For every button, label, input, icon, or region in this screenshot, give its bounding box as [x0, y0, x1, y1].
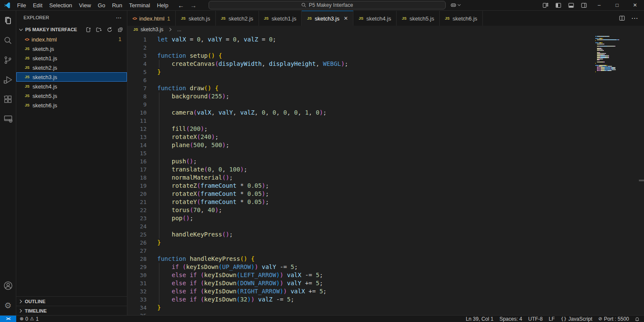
workspace-section-header[interactable]: P5 MAKEY INTERFACE: [16, 24, 127, 35]
file-problem-badge: 1: [118, 36, 121, 42]
line-content: camera(valX, valY, valZ, 0, 0, 0, 0, 1, …: [157, 109, 644, 117]
code-line: 7function draw() {: [127, 84, 644, 92]
tab-index.html[interactable]: <>index.html1: [127, 11, 176, 26]
search-view-icon[interactable]: [0, 30, 16, 50]
status-spaces-4[interactable]: Spaces: 4: [497, 316, 525, 322]
command-center-search[interactable]: P5 Makey Interface: [209, 1, 446, 9]
status-javascript[interactable]: {}JavaScript: [558, 316, 595, 322]
source-control-icon[interactable]: [0, 50, 16, 70]
status-label: Port : 5500: [604, 316, 629, 322]
copilot-icon: [450, 2, 457, 9]
tab-label: sketch4.js: [366, 15, 391, 22]
vscode-logo-icon: [3, 1, 11, 9]
status-label: Ln 39, Col 1: [466, 316, 494, 322]
file-name: sketch3.js: [32, 74, 57, 80]
breadcrumb-file[interactable]: sketch3.js: [141, 27, 163, 32]
file-row-sketch1.js[interactable]: JSsketch1.js: [16, 53, 127, 63]
menu-view[interactable]: View: [76, 0, 94, 11]
status-utf-8[interactable]: UTF-8: [525, 316, 546, 322]
line-content: torus(70, 40);: [157, 206, 644, 214]
line-content: [157, 100, 644, 109]
account-icon[interactable]: [0, 276, 16, 295]
tab-sketch3.js[interactable]: JSsketch3.js✕: [302, 11, 353, 26]
overview-ruler[interactable]: [639, 33, 644, 315]
tab-sketch5.js[interactable]: JSsketch5.js: [397, 11, 440, 26]
menu-go[interactable]: Go: [94, 0, 109, 11]
tab-sketch2.js[interactable]: JSsketch2.js: [216, 11, 259, 26]
line-content: pop();: [157, 214, 644, 222]
file-row-sketch.js[interactable]: JSsketch.js: [16, 44, 127, 53]
code-line: 30 else if (keyIsDown(LEFT_ARROW)) valX …: [127, 271, 644, 279]
menu-terminal[interactable]: Terminal: [126, 0, 153, 11]
code-line: 27: [127, 247, 644, 255]
close-button[interactable]: ✕: [626, 0, 644, 11]
menu-selection[interactable]: Selection: [46, 0, 75, 11]
line-content: function handleKeyPress() {: [157, 255, 644, 263]
tab-sketch1.js[interactable]: JSsketch1.js: [259, 11, 302, 26]
tab-sketch.js[interactable]: JSsketch.js: [176, 11, 216, 26]
code-editor[interactable]: 1let valX = 0, valY = 0, valZ = 0;23func…: [127, 33, 644, 315]
line-content: if (keyIsDown(UP_ARROW)) valY -= 5;: [157, 263, 644, 271]
file-name: sketch4.js: [32, 83, 57, 90]
remote-indicator[interactable]: ><: [0, 316, 16, 322]
remote-icon: ><: [6, 316, 10, 321]
file-name: sketch6.js: [32, 102, 57, 109]
menu-help[interactable]: Help: [153, 0, 172, 11]
line-number: 32: [127, 287, 147, 295]
code-line: 1let valX = 0, valY = 0, valZ = 0;: [127, 35, 644, 44]
line-number: 28: [127, 255, 147, 263]
line-number: 31: [127, 279, 147, 287]
statusbar-right: Ln 39, Col 1Spaces: 4UTF-8LF{}JavaScript…: [463, 316, 632, 322]
file-row-sketch4.js[interactable]: JSsketch4.js: [16, 82, 127, 91]
extensions-icon[interactable]: [0, 89, 16, 109]
notifications-bell-icon[interactable]: [632, 316, 644, 322]
minimap[interactable]: [595, 36, 623, 74]
minimize-button[interactable]: –: [590, 0, 608, 11]
code-line: 14 plane(500, 500);: [127, 141, 644, 149]
file-row-sketch6.js[interactable]: JSsketch6.js: [16, 100, 127, 110]
toggle-primary-sidebar-icon[interactable]: [552, 0, 565, 11]
status-lf[interactable]: LF: [546, 316, 558, 322]
forward-arrow-icon[interactable]: →: [190, 2, 197, 9]
file-row-sketch3.js[interactable]: JSsketch3.js: [16, 72, 127, 82]
editor-more-actions-icon[interactable]: ⋯: [631, 14, 638, 22]
maximize-button[interactable]: □: [608, 0, 626, 11]
file-row-sketch5.js[interactable]: JSsketch5.js: [16, 91, 127, 100]
split-editor-icon[interactable]: [619, 15, 625, 21]
minimap-line: [595, 72, 623, 74]
breadcrumb-more[interactable]: ...: [177, 27, 181, 32]
toggle-secondary-sidebar-icon[interactable]: [577, 0, 590, 11]
code-line: 21 rotateY(frameCount * 0.05);: [127, 198, 644, 206]
close-tab-icon[interactable]: ✕: [344, 15, 348, 21]
toggle-panel-icon[interactable]: [565, 0, 577, 11]
menu-run[interactable]: Run: [109, 0, 126, 11]
status-ln-39-col-1[interactable]: Ln 39, Col 1: [463, 316, 497, 322]
line-content: rotateX(240);: [157, 133, 644, 141]
customize-layout-icon[interactable]: [539, 0, 552, 11]
new-file-icon[interactable]: [85, 27, 91, 33]
explorer-icon[interactable]: [0, 11, 16, 30]
remote-explorer-icon[interactable]: [0, 109, 16, 129]
file-row-index.html[interactable]: <>index.html1: [16, 35, 127, 44]
line-number: 22: [127, 206, 147, 214]
tab-sketch4.js[interactable]: JSsketch4.js: [353, 11, 397, 26]
activity-bar: ⚙: [0, 11, 16, 315]
tab-sketch6.js[interactable]: JSsketch6.js: [440, 11, 483, 26]
copilot-menu[interactable]: [450, 2, 460, 9]
settings-gear-icon[interactable]: ⚙: [0, 295, 16, 315]
refresh-icon[interactable]: [106, 27, 113, 33]
line-content: rotateY(frameCount * 0.05);: [157, 198, 644, 206]
back-arrow-icon[interactable]: ←: [178, 2, 184, 9]
outline-section[interactable]: OUTLINE: [16, 296, 127, 306]
file-row-sketch2.js[interactable]: JSsketch2.js: [16, 63, 127, 72]
menu-edit[interactable]: Edit: [29, 0, 46, 11]
collapse-folders-icon[interactable]: [117, 27, 124, 33]
explorer-more-icon[interactable]: ⋯: [116, 14, 122, 21]
line-number: 35: [127, 312, 147, 315]
timeline-section[interactable]: TIMELINE: [16, 306, 127, 315]
status-port-5500[interactable]: ⊘Port : 5500: [595, 316, 632, 322]
new-folder-icon[interactable]: [96, 27, 102, 33]
problems-status[interactable]: ⊗ 0 ⚠ 1: [16, 316, 42, 322]
run-debug-icon[interactable]: [0, 70, 16, 89]
menu-file[interactable]: File: [14, 0, 29, 11]
